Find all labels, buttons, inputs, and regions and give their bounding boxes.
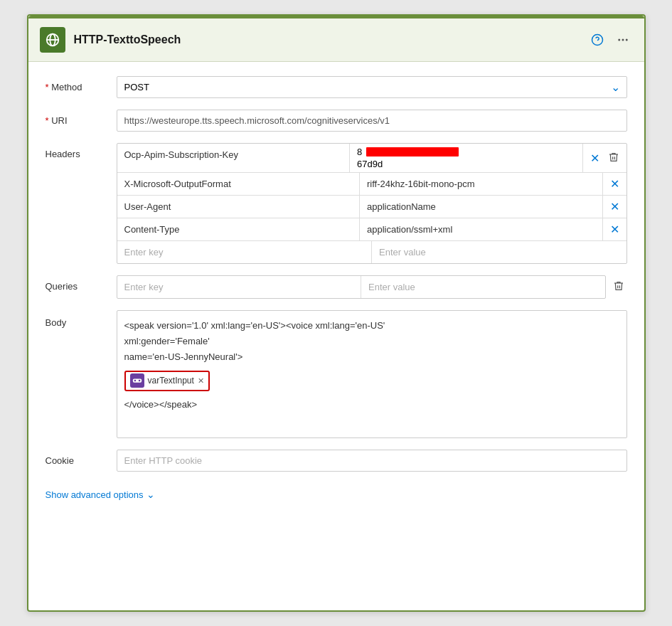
required-star: * — [46, 82, 52, 92]
advanced-options-label: Show advanced options — [46, 489, 144, 500]
header-row-2: X-Microsoft-OutputFormat riff-24khz-16bi… — [117, 173, 626, 196]
header-key-placeholder: Enter key — [117, 241, 373, 263]
method-control: POST GET PUT DELETE ⌄ — [117, 76, 627, 98]
header-row-placeholder: Enter key Enter value — [117, 241, 626, 263]
body-row: Body <speak version='1.0' xml:lang='en-U… — [46, 310, 627, 438]
query-val-placeholder: Enter value — [361, 276, 605, 298]
header-val-4: application/ssml+xml — [360, 218, 603, 240]
header-key-3: User-Agent — [117, 196, 361, 218]
header-1-actions: ✕ — [583, 144, 626, 172]
header-key-1: Ocp-Apim-Subscription-Key — [117, 144, 351, 172]
uri-input[interactable] — [117, 110, 627, 132]
body-control: <speak version='1.0' xml:lang='en-US'><v… — [117, 310, 627, 438]
show-advanced-options-button[interactable]: Show advanced options ⌄ — [46, 489, 155, 500]
header-val-3: applicationName — [360, 196, 603, 218]
header-row-3: User-Agent applicationName ✕ — [117, 196, 626, 218]
page-title: HTTP-TexttoSpeech — [74, 33, 579, 46]
uri-label: * URI — [46, 110, 117, 126]
card-body: * Method POST GET PUT DELETE ⌄ * URI — [28, 62, 644, 610]
required-star-uri: * — [46, 115, 52, 126]
cookie-input[interactable] — [117, 450, 627, 472]
queries-table: Enter key Enter value — [117, 275, 606, 299]
header-val-1-suffix: 67d9d — [357, 159, 575, 169]
header-key-4: Content-Type — [117, 218, 361, 240]
uri-row: * URI — [46, 110, 627, 132]
body-line-3: name='en-US-JennyNeural'> — [124, 349, 619, 365]
header-key-2: X-Microsoft-OutputFormat — [117, 173, 361, 195]
var-icon — [130, 373, 144, 388]
svg-point-7 — [625, 39, 627, 41]
body-label: Body — [46, 310, 117, 328]
headers-label: Headers — [46, 143, 117, 159]
chevron-down-icon-advanced: ⌄ — [146, 489, 155, 500]
body-editor[interactable]: <speak version='1.0' xml:lang='en-US'><v… — [117, 310, 627, 438]
queries-control: Enter key Enter value — [117, 275, 627, 299]
var-token[interactable]: varTextInput ✕ — [124, 371, 210, 391]
headers-control: Ocp-Apim-Subscription-Key 8 67d9d — [117, 143, 627, 264]
svg-point-6 — [622, 39, 624, 41]
var-token-label: varTextInput — [148, 373, 194, 388]
header-val-1-prefix: 8 — [357, 147, 362, 157]
header-3-delete-button[interactable]: ✕ — [607, 198, 622, 215]
method-select[interactable]: POST GET PUT DELETE — [117, 76, 627, 98]
advanced-options-section: Show advanced options ⌄ — [46, 483, 627, 500]
queries-trash-button[interactable] — [610, 279, 627, 295]
body-var-line: varTextInput ✕ — [124, 369, 619, 392]
uri-control — [117, 110, 627, 132]
headers-row: Headers Ocp-Apim-Subscription-Key 8 — [46, 143, 627, 264]
header-actions — [587, 30, 633, 50]
header-val-2: riff-24khz-16bit-mono-pcm — [360, 173, 603, 195]
body-line-1: <speak version='1.0' xml:lang='en-US'><v… — [124, 318, 619, 334]
queries-label: Queries — [46, 275, 117, 292]
header-4-actions: ✕ — [603, 218, 626, 240]
header-3-actions: ✕ — [603, 196, 626, 218]
method-row: * Method POST GET PUT DELETE ⌄ — [46, 76, 627, 98]
headers-table: Ocp-Apim-Subscription-Key 8 67d9d — [117, 143, 627, 264]
method-select-wrapper: POST GET PUT DELETE ⌄ — [117, 76, 627, 98]
method-label: * Method — [46, 76, 117, 92]
svg-point-10 — [138, 380, 140, 382]
body-closing: </voice></speak> — [124, 397, 619, 413]
header-row-1: Ocp-Apim-Subscription-Key 8 67d9d — [117, 144, 626, 173]
cookie-label: Cookie — [46, 450, 117, 466]
action-icon — [40, 27, 65, 53]
header-row-4: Content-Type application/ssml+xml ✕ — [117, 218, 626, 241]
card-header: HTTP-TexttoSpeech — [28, 18, 644, 62]
svg-point-9 — [134, 380, 136, 382]
header-2-actions: ✕ — [603, 173, 626, 195]
header-val-placeholder: Enter value — [372, 241, 626, 263]
header-2-delete-button[interactable]: ✕ — [607, 176, 622, 192]
header-1-delete-button[interactable]: ✕ — [587, 150, 602, 166]
header-4-delete-button[interactable]: ✕ — [607, 221, 622, 238]
header-1-trash-button[interactable] — [605, 150, 622, 166]
redacted-bar — [366, 147, 459, 156]
body-line-2: xml:gender='Female' — [124, 334, 619, 349]
help-button[interactable] — [587, 30, 607, 50]
svg-point-5 — [618, 39, 620, 41]
cookie-row: Cookie — [46, 450, 627, 472]
var-token-close[interactable]: ✕ — [198, 374, 204, 388]
header-val-1: 8 67d9d — [350, 144, 583, 172]
query-key-placeholder: Enter key — [117, 276, 362, 298]
more-options-button[interactable] — [613, 30, 633, 50]
queries-row: Queries Enter key Enter value — [46, 275, 627, 299]
http-card: HTTP-TexttoSpeech * Method — [27, 14, 646, 612]
cookie-control — [117, 450, 627, 472]
